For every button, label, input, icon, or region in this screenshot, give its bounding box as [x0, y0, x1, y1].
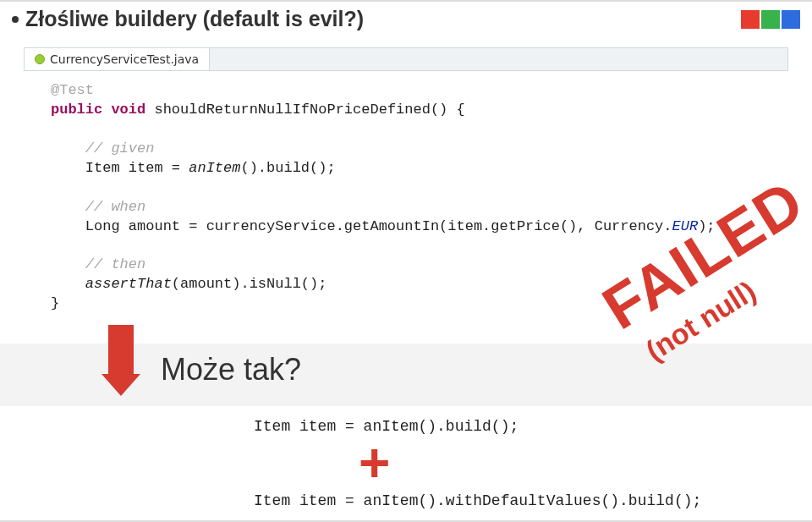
then-rest: (amount).isNull();: [172, 276, 327, 292]
comment-then: // then: [85, 256, 145, 272]
plus-icon: +: [359, 431, 390, 494]
annotation: @Test: [51, 82, 94, 98]
alt-code-2: Item item = anItem().withDefaultValues()…: [254, 492, 701, 509]
keyword-public: public: [51, 102, 102, 118]
slide-title: Złośliwe buildery (default is evil?): [12, 7, 364, 31]
top-border: [0, 0, 812, 2]
maybe-label: Może tak?: [161, 352, 301, 387]
square-red-icon: [741, 10, 760, 29]
tab-filename: CurrencyServiceTest.java: [50, 52, 199, 66]
java-file-icon: [35, 54, 45, 64]
given-line-a: Item item =: [85, 160, 189, 176]
given-call: anItem: [189, 160, 240, 176]
square-green-icon: [761, 10, 780, 29]
keyword-void: void: [111, 102, 145, 118]
comment-when: // when: [85, 199, 145, 215]
editor-tab[interactable]: CurrencyServiceTest.java: [25, 48, 210, 70]
square-blue-icon: [782, 10, 800, 29]
title-row: Złośliwe buildery (default is evil?): [12, 7, 800, 31]
title-text: Złośliwe buildery (default is evil?): [25, 7, 364, 31]
method-signature: shouldReturnNullIfNoPriceDefined() {: [145, 102, 464, 118]
when-line: Long amount = currencyService.getAmountI…: [85, 218, 672, 234]
close-brace: }: [51, 295, 59, 311]
given-tail: ().build();: [240, 160, 335, 176]
bullet-icon: [12, 16, 19, 23]
comment-given: // given: [85, 140, 155, 157]
then-call: assertThat: [85, 276, 172, 292]
down-arrow-icon: [108, 325, 140, 396]
editor-tab-bar: CurrencyServiceTest.java: [24, 47, 788, 71]
corner-squares: [741, 7, 800, 29]
